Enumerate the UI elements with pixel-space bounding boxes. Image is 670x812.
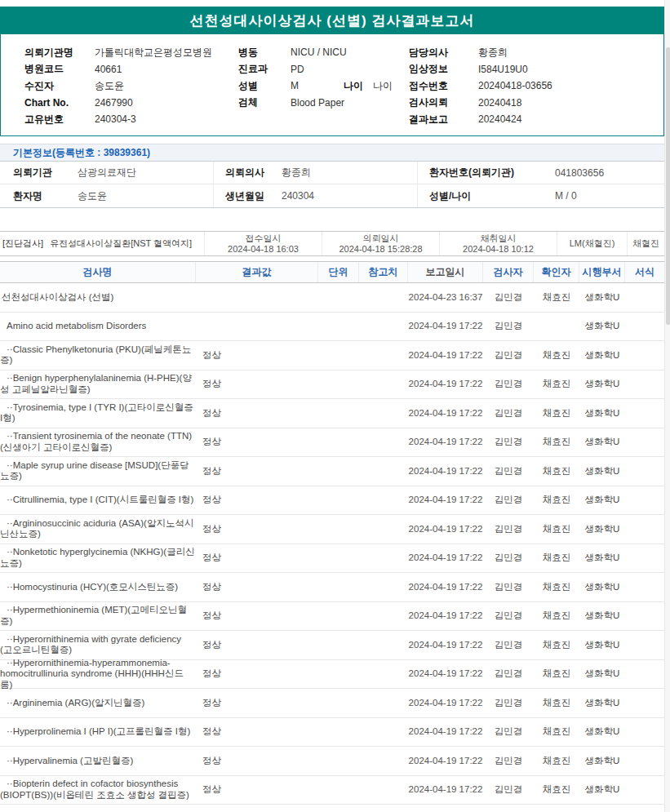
field-value: 나이 [373,79,393,93]
field-label: 의뢰의사 [225,166,282,180]
tester-name: 김민경 [483,399,534,428]
department-name: 생화학U [579,371,625,399]
basic-info-cell: 환자번호(의뢰기관)041803656 [418,162,664,184]
format-cell [625,602,664,631]
order-times: 접수일시2024-04-18 16:03의뢰일시2024-04-18 15:28… [204,232,557,255]
tester-name: 김민경 [483,660,534,689]
results-column-header: 검사자 [483,262,534,282]
tester-name: 김민경 [483,457,534,486]
field-value: 2467990 [95,97,133,109]
result-reference [359,428,408,457]
result-unit [318,602,359,631]
order-time: 의뢰일시2024-04-18 15:28:28 [322,232,439,255]
confirmer-name: 채효진 [534,718,579,747]
field-value: 송도윤 [78,189,107,203]
format-cell [625,689,664,717]
basic-info-cell: 의뢰기관삼광의료재단 [0,162,214,184]
result-row: ··Argininemia (ARG)(알지닌혈증)정상2024-04-19 1… [0,689,664,718]
result-reference [359,660,408,689]
field-value: 황종희 [282,166,311,180]
format-cell [625,313,664,341]
result-value: 정상 [196,718,318,747]
results-table: 검사명결과값단위참고치보고일시검사자확인자시행부서서식 선천성대사이상검사 (선… [0,261,664,805]
confirmer-name: 채효진 [534,283,579,312]
field-value: 20240424 [478,113,521,125]
result-unit [318,718,359,747]
result-unit [318,573,359,601]
format-cell [625,399,664,428]
field-value: NICU / NICU [291,47,347,58]
result-row: 선천성대사이상검사 (선별)2024-04-23 16:37김민경채효진생화학U [0,283,664,313]
confirmer-name: 채효진 [534,544,579,573]
scrollbar-thumb[interactable] [666,47,670,325]
result-unit [318,776,359,805]
field-label: 성별/나이 [429,189,555,203]
report-datetime: 2024-04-19 17:22 [408,371,483,399]
department-name: 생화학U [579,776,625,805]
tester-name: 김민경 [483,689,534,717]
result-value: 정상 [196,341,318,370]
test-name: ··Maple syrup urine disease [MSUD](단풍당뇨증… [0,457,196,486]
tester-name: 김민경 [483,602,534,631]
header-info-grid: 의뢰기관명가톨릭대학교은평성모병원병원코드40661수진자송도윤Chart No… [1,34,663,128]
result-value: 정상 [196,747,318,775]
report-datetime: 2024-04-19 17:22 [408,428,483,457]
confirmer-name: 채효진 [534,428,579,457]
format-cell [625,457,664,486]
field-label: 진료과 [238,62,291,76]
order-time-value: 2024-04-18 10:12 [463,244,534,255]
result-reference [359,313,408,341]
test-name: ··Hyperornithinemia-hyperammonemia-homoc… [0,660,196,689]
result-reference [359,515,408,544]
field-value: 삼광의료재단 [78,166,136,180]
result-row: ··Hypervalinemia (고발린혈증)정상2024-04-19 17:… [0,747,664,776]
department-name: 생화학U [579,428,625,457]
department-name: 생화학U [579,313,625,341]
order-time-value: 2024-04-18 15:28:28 [339,244,422,255]
header-field-row: 접수번호20240418-03656 [409,78,663,95]
confirmer-name: 채효진 [534,776,579,805]
vertical-scrollbar[interactable] [664,0,670,812]
result-row: ··Hyperornithinemia-hyperammonemia-homoc… [0,660,664,690]
field-value: 가톨릭대학교은평성모병원 [95,46,212,60]
department-name: 생화학U [579,573,625,601]
field-label: 나이 [344,79,373,93]
result-reference [359,399,408,428]
field-label: 성별 [238,79,291,93]
order-test-name: 유전성대사이상질환[NST 혈액여지] [50,237,192,250]
confirmer-name: 채효진 [534,486,579,515]
test-name: ··Transient tyrosinemia of the neonate (… [0,428,196,457]
field-value: 20240418 [478,97,521,109]
tester-name: 김민경 [483,631,534,659]
field-value: M / 0 [555,190,577,202]
result-value: 정상 [196,428,318,457]
result-row: ··Classic Phenylketonuria (PKU)(페닐케톤뇨증)정… [0,341,664,371]
header-field-row: Chart No.2467990 [24,95,238,112]
tester-name: 김민경 [483,544,534,573]
basic-info-cell: 환자명송도윤 [0,184,214,207]
result-reference [359,747,408,775]
results-column-header: 단위 [318,262,359,282]
header-col-right: 담당의사황종희임상정보I584U19U0접수번호20240418-03656검사… [409,44,663,128]
results-table-body: 선천성대사이상검사 (선별)2024-04-23 16:37김민경채효진생화학U… [0,283,664,805]
result-row: ··Citrullinemia, type I (CIT)(시트룰린혈증 I형)… [0,486,664,516]
basic-info-row: 의뢰기관삼광의료재단의뢰의사황종희환자번호(의뢰기관)041803656 [0,162,664,184]
field-label: 환자명 [13,189,78,203]
field-label: 병원코드 [24,62,95,76]
result-value: 정상 [196,544,318,573]
test-name: ··Biopterin defect in cofactor biosynthe… [0,776,196,805]
result-value [196,313,318,341]
header-field-row: 검사의뢰20240418 [409,95,663,112]
confirmer-name: 채효진 [534,631,579,659]
field-label: 담당의사 [409,46,478,60]
field-label: 검체 [238,95,291,109]
field-value: 240304-3 [95,113,136,125]
order-time: 채취일시2024-04-18 10:12 [439,232,557,255]
header-field-row: 고유번호240304-3 [24,111,238,128]
report-datetime: 2024-04-23 16:37 [408,283,483,312]
result-row: ··Biopterin defect in cofactor biosynthe… [0,776,664,805]
result-value: 정상 [196,371,318,399]
result-row: ··Benign hyperphenylalaninemia (H-PHE)(양… [0,371,664,400]
result-value: 정상 [196,660,318,689]
report-datetime: 2024-04-19 17:22 [408,399,483,428]
